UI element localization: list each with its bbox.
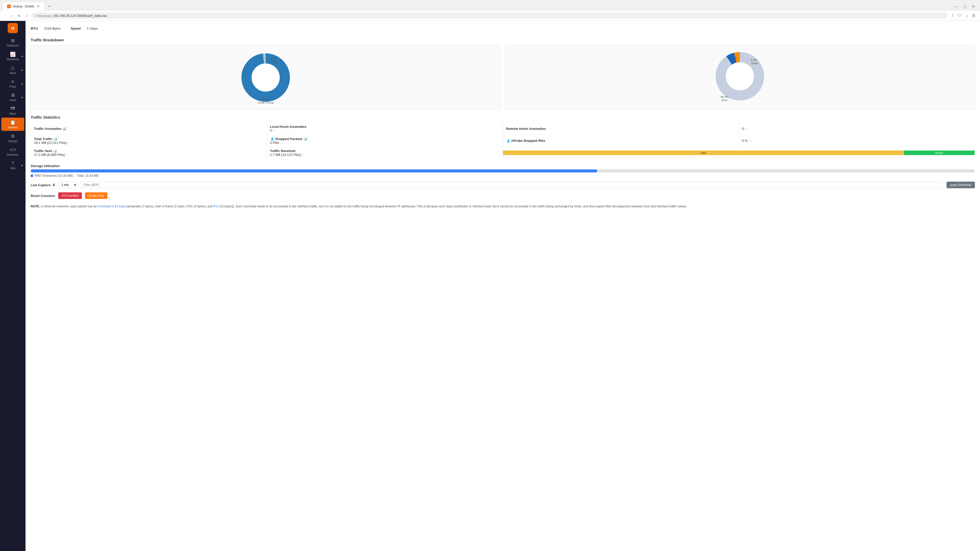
dropped-packets-chart-icon[interactable]: 📊 [304,137,307,141]
live-capture-row: Live Capture ⬇ 1 min5 min10 min30 min pc… [30,182,975,188]
pcap-download-button[interactable]: pcap Download [947,182,975,188]
traffic-received-value: 1.7 MB [14,122 Pkts] ↑ [270,153,500,157]
traffic-sent-chart-icon[interactable]: 📊 [53,149,57,153]
table-row: Traffic Sent 📊 17.3 MB [6,889 Pkts] ↑ Tr… [31,147,975,159]
address-bar[interactable]: ⚠ Not secure 192.168.29.124:3000/lua/if_… [32,13,948,19]
brave-shield-button[interactable]: 🛡 [956,13,963,19]
sidebar-label-monitoring: Monitoring [7,58,19,61]
traffic-sent-arrow: ↑ [66,153,68,157]
settings-icon: ⚙ [11,133,15,139]
toolbar-actions: ⤴ 🛡 ♪ ☰ [950,12,977,19]
total-traffic-chart-icon[interactable]: 📊 [54,137,57,141]
maps-icon: 🗺 [11,106,15,111]
speed-value: 1 Gbps [87,27,97,30]
dropped-packets-label: 💧 Dropped Packets 📊 [270,137,500,141]
page-header-info: MTU 1518 Bytes Speed 1 Gbps [30,25,975,34]
sidebar-item-flows[interactable]: ≡ Flows ▶ [1,77,24,90]
time-select[interactable]: 1 min5 min10 min30 min [58,182,77,188]
traffic-anomalies-label: Traffic Anomalies 📊 [34,127,264,130]
bookmark-button[interactable]: ☆ [24,13,30,19]
monitoring-arrow: ▶ [22,55,23,57]
music-button[interactable]: ♪ [964,13,969,19]
menu-button[interactable]: ☰ [970,12,977,19]
back-button[interactable]: ‹ [3,13,7,19]
traffic-sent-label: Traffic Sent 📊 [34,149,264,153]
svg-text:Other: Other [271,60,278,63]
developer-icon: </> [10,147,16,152]
browser-window: n ntopng - Details ✕ + — ⬜ ✕ ‹ › ↻ ☆ ⚠ N… [0,0,980,551]
note-label: NOTE [30,205,39,208]
total-traffic-value: 19.1 MB [21,011 Pkts] ↑ [34,141,264,144]
traffic-anomalies-chart-icon[interactable]: 📊 [62,127,66,130]
svg-text:IPv4: IPv4 [722,99,727,102]
minimize-button[interactable]: — [952,3,959,10]
sidebar-item-dashboard[interactable]: ⊞ Dashboard [1,36,24,49]
sent-bar: Sent [503,151,904,155]
sidebar-item-interface[interactable]: 📋 Interface [1,118,24,131]
sidebar-label-maps: Maps [10,112,16,115]
reset-counters-section: Reset Counters All Counters Drops Only [30,192,975,199]
reset-counters-label: Reset Counters [30,194,55,198]
all-counters-button[interactable]: All Counters [58,192,82,199]
sidebar-item-maps[interactable]: 🗺 Maps [1,104,24,117]
dropped-packets-cell: 💧 Dropped Packets 📊 0 Pkts — [267,135,503,147]
total-label: Total: 15.34 MB [77,174,98,178]
sidebar-item-help[interactable]: ? Help ▶ [1,159,24,171]
security-indicator: ⚠ Not secure [35,14,52,17]
nprobe-dropped-value: 0 % — [742,139,972,143]
table-row: Total Traffic 📊 19.1 MB [21,011 Pkts] ↑ … [31,135,975,147]
svg-text:98.2%: 98.2% [262,97,269,100]
url-text: 192.168.29.124:3000/lua/if_stats.lua [53,14,107,17]
remote-anomalies-label: Remote Hosts Anomalies [506,127,736,130]
overhead-link[interactable]: overhead of 24 bytes [98,205,126,208]
traffic-stats-section: Traffic Statistics Traffic Anomalies 📊 L… [30,115,975,159]
note-text-2: [preamble (7 bytes), start of frame (1 b… [127,205,213,208]
donut-chart-2: 4.0% Other 5.6% ARP 90.4% IPv4 [714,49,765,106]
tab-controls: — ⬜ ✕ [952,3,977,10]
maximize-button[interactable]: ⬜ [960,3,969,10]
sidebar-item-settings[interactable]: ⚙ Settings [1,131,24,144]
drop-icon: 💧 [270,137,274,141]
sidebar-logo: n [8,23,18,33]
traffic-sent-cell: Traffic Sent 📊 17.3 MB [6,889 Pkts] ↑ [31,147,267,159]
sidebar-label-help: Help [10,167,16,170]
live-capture-label: Live Capture ⬇ [30,183,55,187]
traffic-anomalies-cell: Traffic Anomalies 📊 [31,123,267,135]
sidebar-label-developer: Developer [7,153,19,156]
speed-pair: Speed 1 Gbps [71,27,97,30]
storage-label: Storage Utilization [30,164,60,168]
sidebar-label-interface: Interface [8,126,18,129]
chart-card-traffic: 1.8% Other 98.2% Local->Local [30,45,501,110]
chart-card-protocol: 4.0% Other 5.6% ARP 90.4% IPv4 [505,45,975,110]
storage-dot [30,175,33,177]
total-traffic-cell: Total Traffic 📊 19.1 MB [21,011 Pkts] ↑ [31,135,267,147]
share-button[interactable]: ⤴ [950,13,955,19]
traffic-received-arrow: ↑ [302,153,304,157]
sidebar-item-alerts[interactable]: ⚠ Alerts ▶ [1,63,24,76]
remote-anomalies-value-cell: 0 — [739,123,975,135]
sidebar-item-monitoring[interactable]: 📈 Monitoring ▶ [1,49,24,63]
sidebar-item-hosts[interactable]: 🖥 Hosts ▶ [1,91,24,103]
ifg-link[interactable]: IFG [213,205,218,208]
new-tab-button[interactable]: + [45,2,53,11]
tab-title: ntopng - Details [13,5,34,8]
browser-tab[interactable]: n ntopng - Details ✕ [3,2,44,11]
rrd-label: RRD Timeseries (15.34 MB) [35,174,73,178]
tab-favicon: n [7,5,11,8]
close-button[interactable]: ✕ [970,3,977,10]
total-traffic-arrow: ↑ [68,141,69,144]
sidebar-item-developer[interactable]: </> Developer [1,145,24,158]
drops-only-button[interactable]: Drops Only [85,192,107,199]
filter-input[interactable] [80,182,944,188]
traffic-stats-title: Traffic Statistics [30,115,975,119]
reload-button[interactable]: ↻ [16,13,22,19]
traffic-breakdown-title: Traffic Breakdown [30,38,975,42]
forward-button[interactable]: › [10,13,14,19]
tab-close-button[interactable]: ✕ [37,4,40,8]
help-icon: ? [11,161,14,166]
browser-titlebar: n ntopng - Details ✕ + — ⬜ ✕ [0,0,980,11]
traffic-received-cell: Traffic Received 1.7 MB [14,122 Pkts] ↑ [267,147,503,159]
mtu-pair: MTU 1518 Bytes [30,27,60,30]
note-text: NOTE: In ethernet networks, each packet … [30,204,975,209]
storage-section: Storage Utilization RRD Timeseries (15.3… [30,164,975,178]
